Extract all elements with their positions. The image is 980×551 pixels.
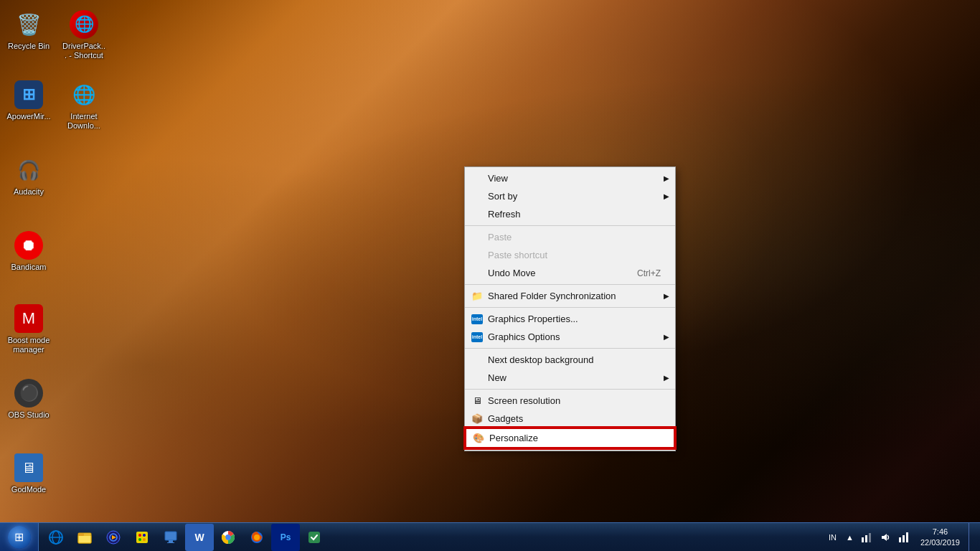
tray-network-icon[interactable] [859,532,875,543]
svg-rect-9 [136,532,148,543]
svg-point-12 [138,538,141,541]
svg-point-11 [143,534,146,537]
menu-item-screen-resolution-label: Screen resolution [488,395,560,406]
menu-item-sort-label: Sort by [488,191,517,202]
godmode-label: GodMode [11,485,46,494]
bandicam-label: Bandicam [11,263,47,272]
menu-item-view[interactable]: View ▶ [465,169,675,187]
menu-item-undo-move[interactable]: Undo Move Ctrl+Z [465,264,675,282]
taskbar-wmp[interactable] [99,524,128,551]
tray-volume-icon[interactable] [877,532,893,543]
svg-rect-28 [903,535,905,542]
svg-rect-4 [78,535,91,543]
taskbar-photoshop[interactable]: Ps [271,524,300,551]
driverpack-label: DriverPack... - Shortcut [62,42,106,60]
taskbar-explorer[interactable] [70,524,99,551]
graphics-options-arrow-icon: ▶ [664,333,669,341]
start-button[interactable] [0,523,39,552]
desktop-icon-boost[interactable]: M Boost mode manager [4,301,54,357]
start-orb [8,526,31,549]
tray-show-hidden[interactable]: ▲ [844,533,856,542]
boost-label: Boost mode manager [6,336,51,354]
taskbar-firefox[interactable] [242,524,271,551]
tray-time: 7:46 [933,527,948,537]
tray-network-bars[interactable] [896,532,912,543]
desktop-icon-audacity[interactable]: 🎧 Audacity [4,153,54,199]
undo-shortcut: Ctrl+Z [637,268,661,278]
menu-item-new[interactable]: New ▶ [465,369,675,387]
taskbar-paint[interactable] [128,524,156,551]
menu-item-paste: Paste [465,228,675,246]
obs-icon: ⚫ [14,379,43,408]
menu-item-next-bg[interactable]: Next desktop background [465,351,675,369]
tray-date: 22/03/2019 [920,537,960,547]
personalize-icon: 🎨 [472,432,485,445]
svg-marker-26 [882,534,887,541]
menu-item-new-label: New [488,372,507,383]
menu-item-refresh-label: Refresh [488,209,521,220]
menu-item-personalize-label: Personalize [489,433,538,443]
apowermirror-icon: ⊞ [14,80,43,109]
desktop-icon-idm[interactable]: 🌐 Internet Downlo... [59,77,109,133]
recycle-bin-icon: 🗑️ [14,10,43,39]
obs-label: OBS Studio [8,410,49,420]
menu-item-gadgets[interactable]: 📦 Gadgets [465,410,675,428]
svg-rect-23 [862,537,864,542]
idm-label: Internet Downlo... [62,112,106,131]
svg-rect-16 [167,542,174,543]
separator-5 [465,389,675,390]
menu-item-view-label: View [488,173,508,184]
idm-icon: 🌐 [70,80,98,109]
gadgets-icon: 📦 [471,413,484,425]
taskbar-word[interactable]: W [185,524,214,551]
view-arrow-icon: ▶ [664,174,669,182]
godmode-icon: 🖥 [14,453,43,482]
separator-4 [465,348,675,349]
svg-rect-15 [169,540,173,542]
menu-item-refresh[interactable]: Refresh [465,205,675,223]
taskbar-apps: W Ps [39,523,331,551]
desktop-icon-godmode[interactable]: 🖥 GodMode [4,451,54,497]
desktop-icon-apowermirror[interactable]: ⊞ ApowerMir... [4,77,54,124]
audacity-icon: 🎧 [14,156,43,184]
tray-language[interactable]: IN [824,533,841,542]
desktop-icon-driverpack[interactable]: 🌐 DriverPack... - Shortcut [59,7,109,63]
svg-point-10 [138,534,141,537]
svg-point-13 [143,538,146,541]
menu-item-shared-folder[interactable]: 📁 Shared Folder Synchronization ▶ [465,287,675,305]
menu-item-graphics-properties[interactable]: intel Graphics Properties... [465,310,675,328]
menu-item-graphics-properties-label: Graphics Properties... [488,314,578,324]
system-tray: IN ▲ 7:46 22/03/2019 [819,523,980,551]
menu-item-personalize[interactable]: 🎨 Personalize [465,428,675,448]
taskbar-green-app[interactable] [300,524,329,551]
taskbar-ie[interactable] [42,524,70,551]
svg-rect-14 [165,532,176,540]
menu-item-paste-shortcut-label: Paste shortcut [488,250,547,260]
tray-clock[interactable]: 7:46 22/03/2019 [915,527,966,547]
taskbar-network[interactable] [156,524,185,551]
desktop-icon-obs[interactable]: ⚫ OBS Studio [4,376,54,423]
driverpack-icon: 🌐 [70,10,98,39]
taskbar-chrome[interactable] [214,524,242,551]
separator-3 [465,307,675,308]
svg-rect-29 [906,532,908,542]
shared-folder-icon: 📁 [471,290,484,303]
audacity-label: Audacity [14,187,44,197]
apowermirror-label: ApowerMir... [6,112,50,121]
svg-rect-5 [78,533,84,536]
context-menu: View ▶ Sort by ▶ Refresh Paste Paste sho… [464,166,676,451]
desktop-icon-bandicam[interactable]: ⏺ Bandicam [4,228,54,275]
menu-item-sort-by[interactable]: Sort by ▶ [465,187,675,205]
menu-item-graphics-options[interactable]: intel Graphics Options ▶ [465,328,675,346]
intel-graphics-properties-icon: intel [471,313,484,326]
menu-item-gadgets-label: Gadgets [488,413,523,424]
svg-rect-25 [869,533,871,542]
intel-graphics-options-icon: intel [471,331,484,344]
screen-resolution-icon: 🖥 [471,395,484,408]
menu-item-screen-resolution[interactable]: 🖥 Screen resolution [465,392,675,410]
show-desktop-button[interactable] [969,523,974,551]
desktop-icon-recycle-bin[interactable]: 🗑️ Recycle Bin [4,7,54,54]
menu-item-next-bg-label: Next desktop background [488,354,593,365]
svg-rect-22 [308,532,320,543]
bandicam-icon: ⏺ [14,231,43,260]
